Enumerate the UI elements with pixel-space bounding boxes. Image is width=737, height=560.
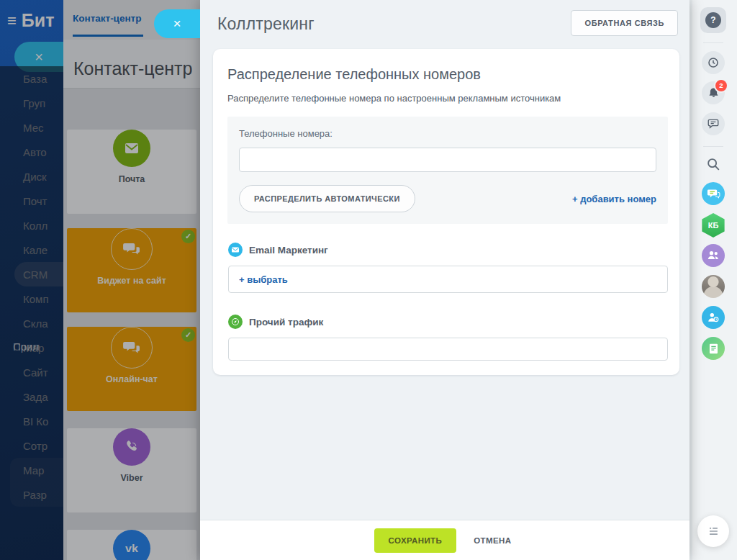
notifications-button[interactable]: 2 <box>702 81 725 104</box>
rail-divider <box>703 146 723 147</box>
number-distribution-card: Распределение телефонных номеров Распред… <box>213 49 679 375</box>
employees-button[interactable] <box>702 244 725 267</box>
slider-footer: СОХРАНИТЬ ОТМЕНА <box>200 520 689 560</box>
distribute-automatically-button[interactable]: РАСПРЕДЕЛИТЬ АВТОМАТИЧЕСКИ <box>239 185 415 212</box>
add-number-link[interactable]: + добавить номер <box>572 194 656 204</box>
chat-lines-icon <box>707 117 720 130</box>
help-button[interactable]: ? <box>700 7 726 33</box>
right-rail: ? 2 КБ <box>689 0 737 560</box>
kb-label: КБ <box>708 221 719 230</box>
save-button[interactable]: СОХРАНИТЬ <box>374 528 457 553</box>
phone-actions-row: РАСПРЕДЕЛИТЬ АВТОМАТИЧЕСКИ + добавить но… <box>239 185 656 212</box>
user-avatar[interactable] <box>702 275 725 298</box>
slider-close-button[interactable]: × <box>154 9 200 38</box>
phone-numbers-section: Телефонные номера: РАСПРЕДЕЛИТЬ АВТОМАТИ… <box>227 117 668 224</box>
news-feed-button[interactable] <box>702 337 725 360</box>
question-mark-icon: ? <box>705 12 721 28</box>
calltracking-slider: × Коллтрекинг ОБРАТНАЯ СВЯЗЬ Распределен… <box>200 0 689 560</box>
source-header: Email Маркетинг <box>228 243 668 257</box>
list-menu-icon <box>706 524 720 538</box>
source-name: Прочий трафик <box>249 317 323 328</box>
slider-title: Коллтрекинг <box>217 14 315 34</box>
source-other-traffic: Прочий трафик <box>228 315 668 361</box>
chat-feed-button[interactable] <box>702 112 725 135</box>
phone-numbers-label: Телефонные номера: <box>239 128 656 139</box>
source-name: Email Маркетинг <box>249 245 328 256</box>
slider-scroll-track <box>689 0 692 560</box>
email-marketing-select[interactable]: + выбрать <box>228 266 668 293</box>
card-subheading: Распределите телефонные номера по настро… <box>227 93 668 104</box>
card-heading: Распределение телефонных номеров <box>227 66 668 83</box>
bitrix-app: ≡ Бит × База Совм Груп Мес Авто Диск Поч… <box>0 0 737 560</box>
clock-icon <box>707 56 720 69</box>
worktime-button[interactable] <box>702 306 725 329</box>
search-icon <box>705 156 721 172</box>
time-history-button[interactable] <box>702 51 725 74</box>
source-email-marketing: Email Маркетинг + выбрать <box>228 243 668 293</box>
other-traffic-input[interactable] <box>228 338 668 361</box>
search-button[interactable] <box>702 153 725 176</box>
quick-menu-button[interactable] <box>697 515 729 547</box>
email-marketing-icon <box>228 243 243 257</box>
notification-count-badge: 2 <box>714 78 728 93</box>
phone-numbers-input[interactable] <box>239 148 656 172</box>
source-header: Прочий трафик <box>228 315 668 329</box>
person-clock-icon <box>706 310 720 325</box>
live-chat-icon <box>707 187 720 201</box>
people-icon <box>706 248 720 263</box>
other-traffic-icon <box>228 315 243 329</box>
select-link[interactable]: + выбрать <box>239 274 288 285</box>
cancel-button[interactable]: ОТМЕНА <box>469 536 515 546</box>
background-dim-overlay <box>0 0 200 560</box>
rail-divider <box>703 42 723 43</box>
close-icon: × <box>173 16 181 32</box>
document-icon <box>707 342 720 356</box>
live-chat-button[interactable] <box>702 182 725 205</box>
feedback-button[interactable]: ОБРАТНАЯ СВЯЗЬ <box>571 10 678 36</box>
knowledge-base-button[interactable]: КБ <box>701 213 725 238</box>
